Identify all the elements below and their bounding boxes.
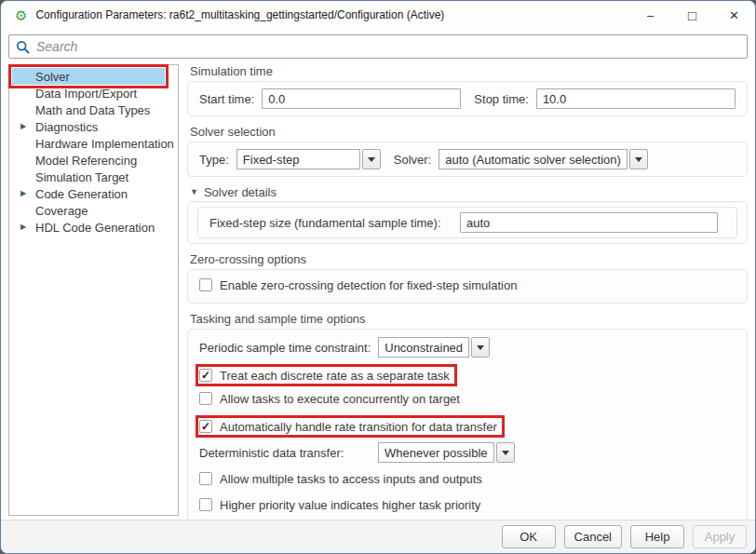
sidebar-item-hdl-code-generation[interactable]: ▶ HDL Code Generation <box>12 219 165 236</box>
solver-details-group: Fixed-step size (fundamental sample time… <box>187 201 748 244</box>
checkbox-icon[interactable] <box>199 498 212 511</box>
checkbox-higher-priority-value[interactable]: Higher priority value indicates higher t… <box>199 497 484 512</box>
checkbox-icon[interactable] <box>199 278 212 291</box>
fixed-step-size-label: Fixed-step size (fundamental sample time… <box>209 216 441 230</box>
dropdown-arrow-icon <box>368 157 375 162</box>
checkbox-treat-each-discrete-rate[interactable]: ✓ Treat each discrete rate as a separate… <box>199 368 453 383</box>
dropdown-arrow-icon <box>477 345 484 350</box>
sidebar-item-coverage[interactable]: Coverage <box>12 202 165 219</box>
periodic-sample-time-value[interactable]: Unconstrained <box>378 337 469 358</box>
periodic-sample-time-label: Periodic sample time constraint: <box>199 341 371 355</box>
search-input[interactable] <box>36 39 740 54</box>
sidebar-item-label: Diagnostics <box>35 120 98 134</box>
sidebar: Solver Data Import/Export Math and Data … <box>8 64 179 516</box>
checkbox-icon[interactable] <box>199 472 212 485</box>
cancel-button[interactable]: Cancel <box>564 525 622 548</box>
periodic-sample-time-dropdown[interactable]: Unconstrained <box>378 337 490 358</box>
section-title-tasking: Tasking and sample time options <box>190 312 748 327</box>
checkbox-allow-tasks-concurrent[interactable]: Allow tasks to execute concurrently on t… <box>199 391 464 406</box>
sidebar-item-diagnostics[interactable]: ▶ Diagnostics <box>12 118 165 135</box>
solver-selection-group: Type: Fixed-step Solver: auto (Automatic… <box>187 142 748 177</box>
minimize-button[interactable]: – <box>629 1 671 29</box>
checkbox-enable-zero-crossing[interactable]: Enable zero-crossing detection for fixed… <box>199 277 520 292</box>
zero-crossing-group: Enable zero-crossing detection for fixed… <box>187 269 748 304</box>
section-title-zero-crossing: Zero-crossing options <box>190 252 748 267</box>
solver-details-title: Solver details <box>204 185 277 199</box>
fixed-step-size-input[interactable] <box>460 212 718 233</box>
maximize-button[interactable]: □ <box>671 1 713 29</box>
window-title: Configuration Parameters: ra6t2_multitas… <box>35 8 444 21</box>
deterministic-data-transfer-dropdown[interactable]: Whenever possible <box>378 442 515 463</box>
stop-time-input[interactable] <box>536 88 736 109</box>
checkbox-label: Treat each discrete rate as a separate t… <box>220 369 450 383</box>
window-controls: – □ ✕ <box>629 1 755 29</box>
periodic-dropdown-button[interactable] <box>471 337 490 358</box>
solver-details-toggle[interactable]: ▼ Solver details <box>190 185 748 199</box>
expand-arrow-icon[interactable]: ▶ <box>20 223 26 231</box>
checkbox-icon[interactable]: ✓ <box>199 420 212 433</box>
solver-pane: Simulation time Start time: Stop time: S… <box>187 61 748 516</box>
sidebar-item-label: Hardware Implementation <box>35 137 174 151</box>
deterministic-data-transfer-label: Deterministic data transfer: <box>199 446 371 460</box>
dropdown-arrow-icon <box>635 157 642 162</box>
section-title-simulation-time: Simulation time <box>190 64 748 79</box>
solver-type-dropdown[interactable]: Fixed-step <box>236 149 381 169</box>
checkbox-label: Automatically handle rate transition for… <box>220 420 497 434</box>
config-parameters-window: ⚙ Configuration Parameters: ra6t2_multit… <box>0 0 756 554</box>
solver-type-label: Type: <box>199 153 229 167</box>
solver-dropdown-button[interactable] <box>629 149 648 169</box>
sidebar-item-math-and-data-types[interactable]: Math and Data Types <box>12 101 165 118</box>
sidebar-item-label: Solver <box>35 70 70 84</box>
ok-button[interactable]: OK <box>502 525 556 548</box>
titlebar: ⚙ Configuration Parameters: ra6t2_multit… <box>1 1 755 29</box>
config-gear-icon: ⚙ <box>15 8 27 22</box>
section-title-solver-selection: Solver selection <box>190 125 748 140</box>
sidebar-item-label: Simulation Target <box>35 170 128 184</box>
search-icon <box>16 40 30 54</box>
checkbox-label: Allow tasks to execute concurrently on t… <box>220 392 460 406</box>
checkbox-label: Higher priority value indicates higher t… <box>220 498 480 512</box>
apply-button[interactable]: Apply <box>693 525 747 548</box>
sidebar-item-code-generation[interactable]: ▶ Code Generation <box>12 185 165 202</box>
simulation-time-group: Start time: Stop time: <box>187 81 748 116</box>
checkbox-label: Allow multiple tasks to access inputs an… <box>220 472 482 486</box>
fixed-step-size-group: Fixed-step size (fundamental sample time… <box>197 207 737 238</box>
checkbox-icon[interactable] <box>199 392 212 405</box>
sidebar-item-label: Math and Data Types <box>35 103 150 117</box>
sidebar-item-label: Model Referencing <box>35 154 137 168</box>
help-button[interactable]: Help <box>630 525 684 548</box>
sidebar-item-simulation-target[interactable]: Simulation Target <box>12 169 165 185</box>
footer-button-bar: OK Cancel Help Apply <box>1 520 755 553</box>
solver-type-dropdown-button[interactable] <box>362 149 381 169</box>
sidebar-item-label: HDL Code Generation <box>35 221 155 235</box>
deterministic-data-transfer-value[interactable]: Whenever possible <box>378 442 494 463</box>
sidebar-item-data-import-export[interactable]: Data Import/Export <box>12 85 165 101</box>
solver-value[interactable]: auto (Automatic solver selection) <box>439 149 628 169</box>
solver-label: Solver: <box>394 153 431 167</box>
expand-arrow-icon[interactable]: ▶ <box>20 190 26 197</box>
deterministic-dropdown-button[interactable] <box>496 442 515 463</box>
sidebar-item-label: Data Import/Export <box>35 87 137 101</box>
checkbox-auto-handle-rate-transition[interactable]: ✓ Automatically handle rate transition f… <box>199 419 501 434</box>
start-time-input[interactable] <box>262 88 461 109</box>
stop-time-label: Stop time: <box>474 92 529 106</box>
solver-type-value[interactable]: Fixed-step <box>236 149 360 169</box>
expand-arrow-icon[interactable]: ▶ <box>20 123 26 130</box>
solver-dropdown[interactable]: auto (Automatic solver selection) <box>439 149 648 169</box>
start-time-label: Start time: <box>199 92 254 106</box>
tasking-group: Periodic sample time constraint: Unconst… <box>187 329 748 523</box>
search-bar[interactable] <box>8 34 748 59</box>
sidebar-item-solver[interactable]: Solver <box>12 68 165 85</box>
dropdown-arrow-icon <box>502 451 509 455</box>
sidebar-item-model-referencing[interactable]: Model Referencing <box>12 152 165 169</box>
collapse-arrow-icon: ▼ <box>190 188 198 196</box>
sidebar-item-hardware-implementation[interactable]: Hardware Implementation <box>12 135 165 152</box>
sidebar-item-label: Coverage <box>35 204 88 218</box>
checkbox-label: Enable zero-crossing detection for fixed… <box>220 278 517 292</box>
checkbox-allow-multiple-tasks-access[interactable]: Allow multiple tasks to access inputs an… <box>199 471 486 486</box>
checkbox-icon[interactable]: ✓ <box>199 369 212 382</box>
sidebar-item-label: Code Generation <box>35 187 128 201</box>
close-button[interactable]: ✕ <box>713 1 755 29</box>
